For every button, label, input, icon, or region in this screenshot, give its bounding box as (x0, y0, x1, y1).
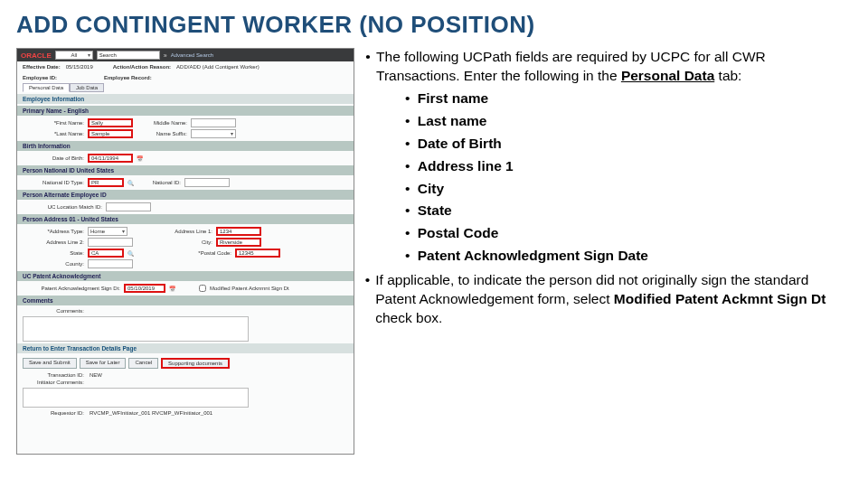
calendar-icon[interactable]: 📅 (137, 155, 143, 162)
first-name-field[interactable]: Sally (88, 118, 133, 127)
instruction-text: If applicable, to indicate the person di… (375, 271, 852, 328)
list-item: •Date of Birth (403, 135, 852, 154)
instruction-item: • The following UCPath fields are requir… (365, 48, 852, 86)
bullet-icon: • (365, 271, 370, 328)
section-birth: Birth Information (17, 141, 354, 151)
instructions-column: • The following UCPath fields are requir… (365, 48, 852, 455)
requestor-id-value: RVCMP_WFInitiator_001 RVCMP_WFInitiator_… (90, 410, 212, 416)
effective-date-label: Effective Date: (23, 64, 61, 70)
section-alt-id: Person Alternate Employee ID (17, 190, 354, 200)
lookup-icon[interactable]: 🔍 (127, 250, 134, 257)
lookup-icon[interactable]: 🔍 (127, 180, 134, 186)
search-scope-select[interactable]: All (55, 51, 93, 60)
list-item: •Last name (403, 112, 852, 131)
app-topbar: ORACLE All Search » Advanced Search (17, 49, 354, 61)
section-employee-info: Employee Information (17, 94, 354, 104)
section-comments: Comments (17, 296, 354, 305)
dob-label: Date of Birth: (23, 155, 84, 161)
tab-job-data[interactable]: Job Data (70, 83, 104, 92)
section-patent: UC Patent Acknowledgment (17, 271, 354, 281)
addr-type-label: *Address Type: (23, 229, 84, 234)
suffix-label: Name Suffix: (137, 131, 187, 136)
transaction-id-label: Transaction ID: (23, 372, 84, 378)
addr2-label: Address Line 2: (23, 239, 84, 245)
last-name-label: *Last Name: (23, 131, 84, 136)
save-submit-button[interactable]: Save and Submit (23, 358, 77, 369)
comments-label: Comments: (23, 308, 84, 314)
content-row: ORACLE All Search » Advanced Search Effe… (16, 48, 852, 455)
nid-field[interactable] (184, 178, 230, 187)
nid-type-label: National ID Type: (23, 180, 84, 185)
tab-strip: Personal Data Job Data (17, 83, 354, 92)
comments-textarea[interactable] (23, 316, 249, 342)
addr1-field[interactable]: 1234 (216, 227, 261, 236)
county-label: County: (23, 261, 84, 267)
list-item: •First name (403, 89, 852, 108)
addr2-field[interactable] (88, 238, 133, 247)
county-field[interactable] (88, 259, 133, 268)
instruction-text: The following UCPath fields are required… (376, 48, 852, 86)
tab-personal-data[interactable]: Personal Data (23, 83, 70, 92)
city-field[interactable]: Riverside (216, 238, 261, 247)
employee-id-label: Employee ID: (23, 75, 57, 80)
addr1-label: Address Line 1: (162, 229, 212, 234)
supporting-docs-button[interactable]: Supporting documents (161, 358, 230, 369)
nid-type-field[interactable]: PR (88, 178, 124, 187)
page-title: ADD CONTINGENT WORKER (NO POSITION) (16, 11, 852, 39)
save-later-button[interactable]: Save for Later (80, 358, 127, 369)
instruction-item: • If applicable, to indicate the person … (365, 271, 852, 328)
nid-label: National ID: (137, 180, 181, 185)
list-item: •Patent Acknowledgment Sign Date (403, 247, 852, 266)
uc-location-label: UC Location Match ID: (23, 204, 102, 210)
action-reason-value: ADD/ADD (Add Contigent Worker) (176, 64, 259, 70)
list-item: •City (403, 180, 852, 199)
modified-patent-checkbox[interactable] (199, 285, 206, 292)
section-primary-name: Primary Name - English (17, 106, 354, 116)
modified-patent-label: Modified Patent Acknmnt Sign Dt (210, 286, 289, 291)
middle-name-label: Middle Name: (137, 120, 187, 126)
patent-sign-field[interactable]: 05/10/2019 (124, 284, 165, 293)
field-sublist: •First name •Last name •Date of Birth •A… (403, 89, 852, 266)
addr-type-select[interactable]: Home (88, 227, 127, 236)
postal-label: *Postal Code: (181, 250, 231, 256)
transaction-id-value: NEW (90, 372, 102, 378)
employee-record-label: Employee Record: (104, 75, 152, 80)
cancel-button[interactable]: Cancel (128, 358, 158, 369)
list-item: •Postal Code (403, 224, 852, 243)
bullet-icon: • (365, 48, 371, 86)
search-icon[interactable]: » (164, 52, 167, 59)
advanced-search-link[interactable]: Advanced Search (171, 52, 213, 58)
middle-name-field[interactable] (191, 118, 236, 127)
list-item: •State (403, 202, 852, 221)
initiator-comments-textarea[interactable] (23, 388, 249, 408)
search-input[interactable]: Search (97, 51, 160, 60)
section-address: Person Address 01 - United States (17, 214, 354, 224)
initiator-comments-label: Initiator Comments: (23, 380, 84, 385)
effective-date-value: 05/15/2019 (66, 64, 93, 70)
uc-location-field[interactable] (106, 202, 151, 211)
form-screenshot: ORACLE All Search » Advanced Search Effe… (16, 48, 354, 455)
state-field[interactable]: CA (88, 249, 124, 258)
postal-field[interactable]: 12345 (235, 249, 280, 258)
section-return: Return to Enter Transaction Details Page (17, 343, 354, 353)
requestor-id-label: Requestor ID: (23, 410, 84, 416)
action-reason-label: Action/Action Reason: (113, 64, 171, 70)
dob-field[interactable]: 04/11/1994 (88, 154, 133, 163)
list-item: •Address line 1 (403, 157, 852, 176)
calendar-icon[interactable]: 📅 (169, 286, 175, 292)
suffix-select[interactable] (191, 129, 236, 138)
oracle-logo: ORACLE (21, 52, 52, 60)
city-label: City: (162, 239, 212, 245)
section-national-id: Person National ID United States (17, 165, 354, 175)
patent-sign-label: Patent Acknowledgment Sign Dt: (23, 286, 120, 291)
state-label: State: (23, 250, 84, 256)
first-name-label: *First Name: (23, 120, 84, 126)
last-name-field[interactable]: Sample (88, 129, 133, 138)
